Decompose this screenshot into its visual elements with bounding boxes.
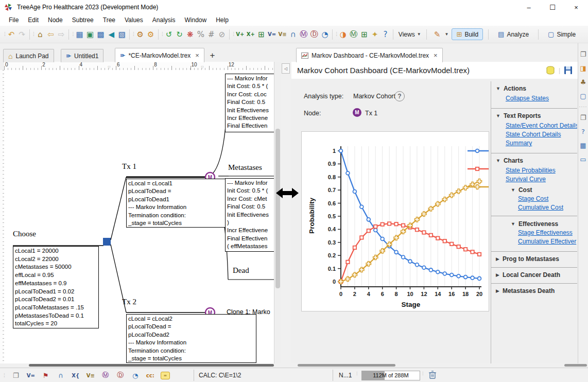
values-report-icon[interactable]: V≡: [86, 371, 95, 380]
link-cumulative-cost[interactable]: Cumulative Cost: [518, 204, 577, 211]
close-button[interactable]: ×: [564, 0, 588, 14]
mode-analyze-button[interactable]: ▤Analyze: [494, 29, 533, 40]
toolbar-grip[interactable]: ⁞: [233, 31, 234, 37]
markov-report-icon[interactable]: Ⓜ: [101, 371, 110, 380]
help-icon[interactable]: ?: [380, 29, 391, 40]
scrollbar-thumb[interactable]: [275, 129, 280, 288]
treeage-icon[interactable]: ❋: [185, 29, 196, 40]
menu-edit[interactable]: Edit: [23, 15, 43, 25]
console-icon[interactable]: ▭: [579, 154, 588, 164]
sensitivity-key-icon[interactable]: ✦: [370, 29, 381, 40]
statusbar-grip[interactable]: ⁞: [4, 373, 5, 378]
section-header-local-cancer-death[interactable]: ▶Local Cancer Death: [491, 271, 577, 279]
link-summary[interactable]: Summary: [506, 140, 577, 147]
format-painter-dropdown[interactable]: ✎▼: [429, 28, 452, 41]
link-state-cohort-details[interactable]: State Cohort Details: [506, 131, 577, 138]
sidebar-horizontal-scrollbar[interactable]: [564, 364, 587, 367]
clear-format-icon[interactable]: ⊘: [217, 29, 228, 40]
views-dropdown[interactable]: Views▼: [395, 30, 424, 39]
subsection-header-effectiveness[interactable]: ▼Effectiveness: [491, 220, 577, 228]
toolbar-grip[interactable]: ⁞: [133, 31, 134, 37]
help-person-icon[interactable]: ?: [579, 127, 588, 136]
time-info-icon[interactable]: ◔: [320, 29, 331, 40]
toolbar-grip[interactable]: ⁞: [33, 31, 34, 37]
menu-tree[interactable]: Tree: [98, 15, 120, 25]
toolbar-grip[interactable]: ⁞: [336, 31, 337, 37]
window-view-icon[interactable]: ▢: [579, 91, 588, 100]
undo-icon[interactable]: ↶: [6, 29, 17, 40]
restore-pane2-icon[interactable]: ❐: [579, 113, 588, 122]
color-wheel-icon[interactable]: ◑: [338, 29, 349, 40]
model-views-icon[interactable]: ♣: [579, 77, 588, 86]
link-cumulative-effectiver[interactable]: Cumulative Effectiver: [518, 238, 577, 245]
values-view-icon[interactable]: V≡: [277, 29, 288, 40]
pane-splitter[interactable]: ◁: [281, 62, 291, 363]
menu-node[interactable]: Node: [43, 15, 67, 25]
section-header-text-reports[interactable]: ▼Text Reports: [491, 112, 577, 119]
resize-arrow-icon[interactable]: [275, 185, 300, 201]
menu-values[interactable]: Values: [120, 15, 148, 25]
add-table-icon[interactable]: ⊞: [256, 29, 267, 40]
home-icon[interactable]: ⌂: [35, 29, 46, 40]
verify-model-icon[interactable]: ◀: [106, 29, 117, 40]
tree-nodes-icon[interactable]: ▩: [95, 29, 106, 40]
forward-icon[interactable]: ⇨: [56, 29, 67, 40]
add-tracker-icon[interactable]: X+: [246, 29, 256, 40]
back-icon[interactable]: ⇦: [45, 29, 56, 40]
chart-excel-icon[interactable]: ⊞: [359, 29, 370, 40]
tree-settings-icon[interactable]: ▦: [74, 29, 85, 40]
cc-report-icon[interactable]: cc:: [146, 371, 155, 380]
menu-help[interactable]: Help: [211, 15, 233, 25]
dist-report-icon[interactable]: Ⓓ: [116, 371, 125, 380]
tab--ce-markovmodel-trex[interactable]: ⋔*CE-MarkovModel.trex×: [115, 48, 204, 62]
calc-settings-icon[interactable]: ⚙: [135, 29, 146, 40]
link-stage-effectiveness[interactable]: Stage Effectiveness: [518, 229, 577, 236]
detach-view-icon[interactable]: ❐: [11, 371, 21, 380]
section-header-actions[interactable]: ▼Actions: [491, 85, 577, 92]
markov-info-icon[interactable]: Ⓜ: [298, 29, 309, 40]
link-state-probabilities[interactable]: State Probabilities: [506, 167, 577, 174]
restore-values-icon[interactable]: ↻: [174, 29, 185, 40]
mode-build-button[interactable]: ⊞Build: [452, 28, 483, 40]
tab-launch-pad[interactable]: ⌂Launch Pad: [3, 49, 54, 62]
link-collapse-states[interactable]: Collapse States: [506, 95, 577, 102]
database-icon[interactable]: [546, 66, 555, 75]
comment-icon[interactable]: ≡: [161, 372, 170, 379]
mode-simple-button[interactable]: ▢Simple: [544, 29, 580, 40]
section-header-metastases-death[interactable]: ▶Metastases Death: [491, 287, 577, 294]
minimize-button[interactable]: –: [517, 0, 541, 14]
tree-horizontal-scrollbar[interactable]: [29, 364, 274, 367]
tree-vertical-scrollbar[interactable]: [274, 62, 282, 363]
flag-report-icon[interactable]: ⚑: [41, 371, 50, 380]
menu-window[interactable]: Window: [180, 15, 211, 25]
toolbar-grip[interactable]: ⁞: [72, 31, 73, 37]
restore-pane-icon[interactable]: ❐: [579, 49, 588, 59]
dashboard-horizontal-scrollbar[interactable]: [298, 364, 395, 367]
variables-report-icon[interactable]: V=: [26, 371, 36, 380]
time-report-icon[interactable]: ◔: [131, 371, 140, 380]
help-circle-icon[interactable]: ?: [394, 91, 405, 101]
preferences-icon[interactable]: ⚙: [145, 29, 156, 40]
menu-subtree[interactable]: Subtree: [67, 15, 98, 25]
subsection-header-cost[interactable]: ▼Cost: [491, 186, 577, 194]
maximize-button[interactable]: ☐: [541, 0, 564, 14]
redo-icon[interactable]: ↷: [16, 29, 27, 40]
variables-view-icon[interactable]: V=: [267, 29, 278, 40]
format-painter-icon[interactable]: ✎: [432, 29, 443, 40]
ruler-margin-marker[interactable]: ⌂: [201, 65, 203, 70]
save-dashboard-icon[interactable]: [564, 66, 573, 75]
dist-info-icon[interactable]: Ⓓ: [309, 29, 320, 40]
section-header-charts[interactable]: ▼Charts: [491, 157, 577, 164]
add-variable-icon[interactable]: V+: [235, 29, 246, 40]
save-icon[interactable]: ▧: [117, 29, 128, 40]
section-header-prog-to-metastases[interactable]: ▶Prog to Metastases: [491, 255, 577, 263]
link-stage-cost[interactable]: Stage Cost: [518, 195, 577, 202]
tab-untitled1[interactable]: ⋔Untitled1: [61, 49, 103, 62]
garbage-collect-icon[interactable]: [428, 370, 437, 379]
state-probabilities-chart[interactable]: 00.10.20.30.40.50.60.70.80.9102468101214…: [301, 131, 489, 311]
toolbar-grip[interactable]: ⁞: [4, 31, 5, 37]
tree-canvas[interactable]: MMChooseTx 1MetastasesDeadTx 21Clone 1: …: [4, 70, 274, 363]
numeral-format-icon[interactable]: #: [206, 29, 217, 40]
new-tab-button[interactable]: +: [210, 50, 215, 381]
tree-image-icon[interactable]: ▣: [85, 29, 96, 40]
